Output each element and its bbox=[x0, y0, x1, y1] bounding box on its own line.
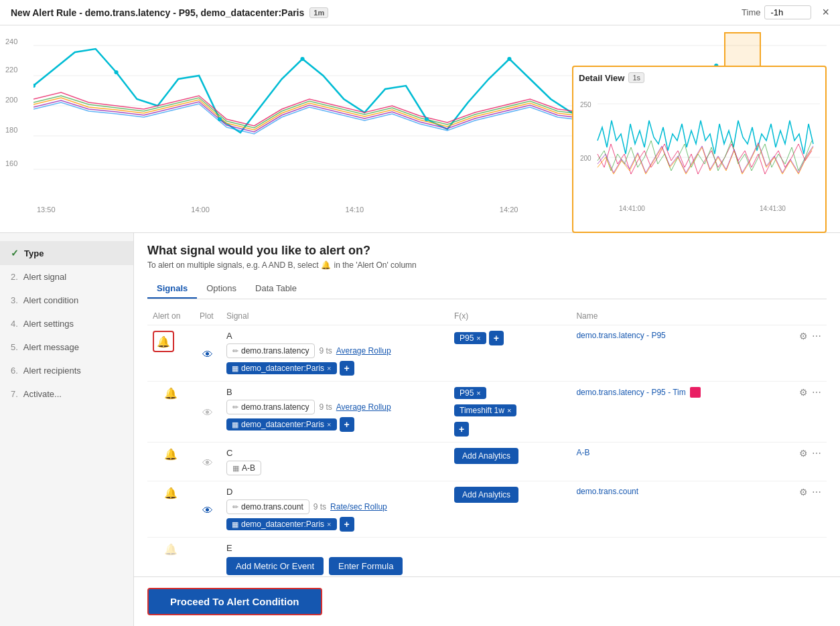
filter-remove-btn[interactable]: × bbox=[327, 420, 331, 428]
sidebar-item-alert-settings[interactable]: 4. Alert settings bbox=[0, 312, 133, 335]
table-row: 🔔 👁 C ▦ A-B bbox=[147, 443, 827, 481]
row-label-d: D bbox=[226, 487, 443, 497]
alert-on-bell-d[interactable]: 🔔 bbox=[164, 487, 178, 499]
svg-point-10 bbox=[507, 57, 511, 61]
add-filter-btn-b[interactable]: + bbox=[340, 417, 354, 432]
filter-icon: ▦ bbox=[232, 520, 238, 529]
rollup-d[interactable]: Rate/sec Rollup bbox=[330, 502, 387, 512]
rollup-a[interactable]: Average Rollup bbox=[336, 346, 391, 356]
svg-text:14:41:00: 14:41:00 bbox=[619, 205, 645, 212]
table-row-e: 🔔 E Add Metric Or Event Enter Formula bbox=[147, 538, 827, 577]
fx-remove-btn[interactable]: × bbox=[507, 406, 511, 414]
col-header-plot: Plot bbox=[194, 307, 221, 325]
row-label-b: B bbox=[226, 387, 443, 397]
time-input[interactable] bbox=[764, 5, 811, 19]
col-header-fx: F(x) bbox=[449, 307, 571, 325]
alert-on-bell-c[interactable]: 🔔 bbox=[164, 449, 178, 460]
x-label-1420: 14:20 bbox=[500, 206, 518, 214]
interval-badge: 1m bbox=[309, 7, 328, 18]
proceed-btn[interactable]: Proceed To Alert Condition bbox=[147, 588, 322, 615]
check-icon: ✓ bbox=[11, 248, 19, 258]
plot-eye-d[interactable]: 👁 bbox=[202, 505, 213, 516]
ts-label-b: 9 ts bbox=[319, 402, 332, 412]
name-cell-c: A-B ⚙ ⋯ bbox=[576, 448, 821, 459]
add-analytics-btn-c[interactable]: Add Analytics bbox=[454, 448, 518, 464]
sidebar-item-alert-recipients[interactable]: 6. Alert recipients bbox=[0, 359, 133, 382]
name-link-d[interactable]: demo.trans.count bbox=[576, 487, 638, 496]
enter-formula-btn[interactable]: Enter Formula bbox=[329, 557, 403, 575]
name-cell-b: demo.trans.latency - P95 - Tim ⚙ ⋯ bbox=[576, 387, 821, 398]
sidebar-item-type[interactable]: ✓ Type bbox=[0, 241, 133, 265]
rollup-b[interactable]: Average Rollup bbox=[336, 402, 391, 412]
header-title: New Alert Rule - demo.trans.latency - P9… bbox=[11, 7, 742, 18]
gear-btn-d[interactable]: ⚙ bbox=[799, 487, 808, 497]
plot-eye-a[interactable]: 👁 bbox=[202, 349, 213, 360]
header-bar: New Alert Rule - demo.trans.latency - P9… bbox=[0, 0, 840, 25]
title-text: New Alert Rule - demo.trans.latency - P9… bbox=[11, 7, 304, 18]
sidebar-item-alert-message[interactable]: 5. Alert message bbox=[0, 335, 133, 359]
add-metric-btn[interactable]: Add Metric Or Event bbox=[226, 557, 324, 575]
col-header-alert-on: Alert on bbox=[147, 307, 194, 325]
sidebar-num: 3. bbox=[11, 295, 18, 305]
plot-eye-b[interactable]: 👁 bbox=[202, 407, 213, 418]
table-row: 🔔 👁 A ✏ bbox=[147, 325, 827, 382]
filter-remove-btn[interactable]: × bbox=[327, 520, 331, 528]
alert-on-bell-b[interactable]: 🔔 bbox=[164, 388, 178, 399]
sidebar-item-alert-condition[interactable]: 3. Alert condition bbox=[0, 289, 133, 312]
tab-data-table[interactable]: Data Table bbox=[246, 279, 306, 299]
name-cell-d: demo.trans.count ⚙ ⋯ bbox=[576, 487, 821, 497]
name-link-c[interactable]: A-B bbox=[576, 448, 589, 457]
signal-metric-tag-b[interactable]: ✏ demo.trans.latency bbox=[226, 400, 315, 414]
detail-view-title: Detail View bbox=[579, 73, 624, 83]
filter-remove-btn[interactable]: × bbox=[327, 364, 331, 372]
plot-eye-c[interactable]: 👁 bbox=[202, 457, 213, 469]
signal-container-b: ✏ demo.trans.latency 9 ts Average Rollup bbox=[226, 400, 443, 432]
close-button[interactable]: × bbox=[822, 5, 829, 19]
signal-formula-tag-c[interactable]: ▦ A-B bbox=[226, 461, 261, 475]
more-btn-b[interactable]: ⋯ bbox=[812, 387, 821, 398]
pencil-icon: ✏ bbox=[232, 503, 238, 512]
tab-signals[interactable]: Signals bbox=[147, 279, 197, 299]
ts-label-d: 9 ts bbox=[313, 502, 326, 512]
sidebar-item-label: Alert signal bbox=[23, 272, 66, 282]
signal-container-a: ✏ demo.trans.latency 9 ts Average Rollup bbox=[226, 343, 443, 376]
table-row: 🔔 👁 B ✏ bbox=[147, 382, 827, 443]
fx-remove-btn[interactable]: × bbox=[476, 389, 480, 397]
sidebar-num: 5. bbox=[11, 342, 18, 352]
add-analytics-btn-d[interactable]: Add Analytics bbox=[454, 487, 518, 503]
add-fx-btn-b[interactable]: + bbox=[454, 422, 469, 437]
main-chart-area: 240 220 200 180 160 bbox=[0, 25, 840, 233]
more-btn-a[interactable]: ⋯ bbox=[812, 331, 821, 341]
sidebar-item-activate[interactable]: 7. Activate... bbox=[0, 382, 133, 406]
fx-tag-p95-b: P95 × bbox=[454, 387, 486, 399]
row-label-a: A bbox=[226, 331, 443, 341]
svg-point-6 bbox=[114, 70, 118, 74]
gear-btn-a[interactable]: ⚙ bbox=[799, 331, 808, 341]
proceed-section: Proceed To Alert Condition bbox=[134, 576, 840, 626]
signals-table: Alert on Plot Signal F(x) Name 🔔 bbox=[147, 307, 827, 576]
name-link-b[interactable]: demo.trans.latency - P95 - Tim bbox=[576, 388, 685, 397]
main-content: ✓ Type 2. Alert signal 3. Alert conditio… bbox=[0, 233, 840, 626]
formula-icon: ▦ bbox=[232, 464, 239, 473]
sidebar-item-alert-signal[interactable]: 2. Alert signal bbox=[0, 265, 133, 289]
x-label-1410: 14:10 bbox=[346, 206, 364, 214]
signal-metric-tag-a[interactable]: ✏ demo.trans.latency bbox=[226, 343, 315, 358]
more-btn-c[interactable]: ⋯ bbox=[812, 448, 821, 459]
gear-btn-c[interactable]: ⚙ bbox=[799, 448, 808, 459]
gear-btn-b[interactable]: ⚙ bbox=[799, 387, 808, 398]
tab-options[interactable]: Options bbox=[197, 279, 246, 299]
svg-point-9 bbox=[425, 117, 429, 121]
add-filter-btn-a[interactable]: + bbox=[340, 361, 354, 376]
add-filter-btn-d[interactable]: + bbox=[340, 517, 354, 532]
signal-metric-tag-d[interactable]: ✏ demo.trans.count bbox=[226, 499, 309, 514]
add-fx-btn-a[interactable]: + bbox=[489, 331, 504, 345]
color-swatch-b bbox=[690, 387, 701, 398]
y-label-240: 240 bbox=[5, 37, 17, 46]
alert-on-bell-a[interactable]: 🔔 bbox=[153, 331, 174, 352]
name-link-a[interactable]: demo.trans.latency - P95 bbox=[576, 331, 665, 340]
fx-remove-btn[interactable]: × bbox=[476, 334, 480, 342]
sidebar-item-label: Alert settings bbox=[23, 319, 74, 329]
time-label: Time bbox=[742, 7, 760, 17]
more-btn-d[interactable]: ⋯ bbox=[812, 487, 821, 497]
filter-icon: ▦ bbox=[232, 420, 238, 429]
